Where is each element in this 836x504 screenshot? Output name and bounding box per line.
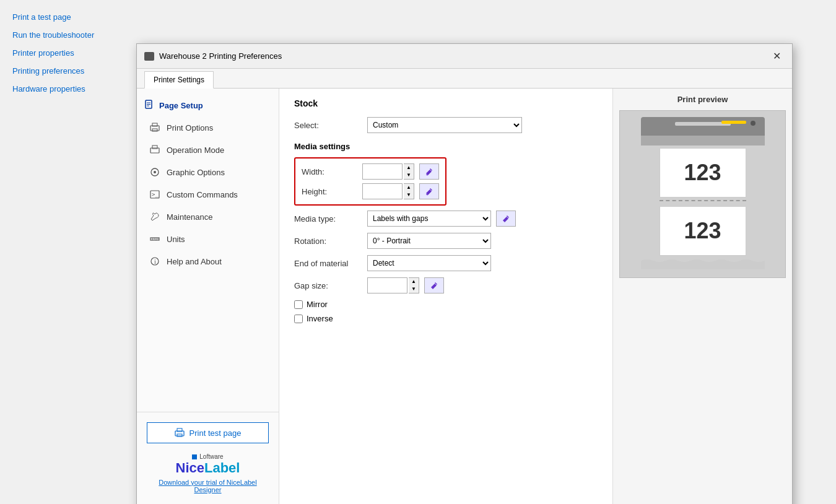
dialog-body: Page Setup Print Options [137, 89, 792, 102]
preview-panel: Print preview 123 123 [612, 89, 792, 102]
sidebar: Page Setup Print Options [137, 89, 279, 102]
page-setup-label: Page Setup [159, 101, 203, 102]
svg-rect-0 [146, 100, 152, 102]
close-button[interactable]: ✕ [769, 49, 785, 63]
tab-bar: Printer Settings [137, 69, 792, 89]
dialog-titlebar: Warehouse 2 Printing Preferences ✕ [137, 44, 792, 69]
page-setup-icon [144, 100, 154, 102]
main-content: Stock Select: Custom Media settings Widt… [279, 89, 612, 102]
stock-section: Stock Select: Custom [294, 98, 598, 102]
dialog-title: Warehouse 2 Printing Preferences [159, 51, 282, 61]
dialog-title-area: Warehouse 2 Printing Preferences [144, 51, 282, 61]
sidebar-page-setup-header: Page Setup [137, 95, 279, 102]
stock-title: Stock [294, 98, 598, 102]
run-troubleshooter-link[interactable]: Run the troubleshooter [12, 30, 836, 40]
printer-icon [144, 52, 154, 61]
print-test-page-link[interactable]: Print a test page [12, 12, 836, 22]
dialog-window: Warehouse 2 Printing Preferences ✕ Print… [136, 43, 793, 102]
tab-printer-settings[interactable]: Printer Settings [144, 71, 214, 89]
preview-title: Print preview [619, 95, 786, 102]
